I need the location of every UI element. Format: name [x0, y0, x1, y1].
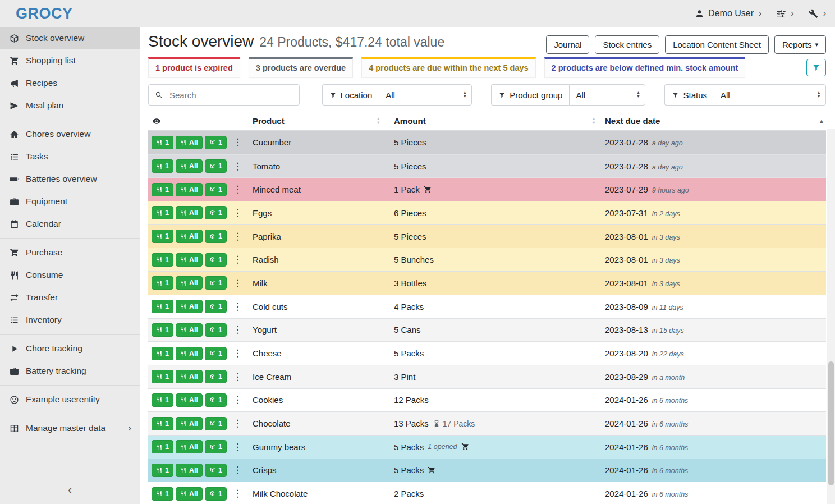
consume-one-button[interactable]: 1 [152, 300, 173, 313]
status-banner-belowmin[interactable]: 2 products are below defined min. stock … [544, 57, 746, 77]
column-header-next-due-date[interactable]: Next due date ▲ [605, 116, 826, 126]
open-one-button[interactable]: 1 [205, 253, 227, 267]
product-cell[interactable]: Milk Chocolate [253, 489, 394, 498]
scrollbar-thumb[interactable] [828, 361, 834, 485]
row-menu-button[interactable]: ⋮ [230, 232, 245, 241]
sidebar-item-purchase[interactable]: Purchase [0, 241, 140, 264]
open-one-button[interactable]: 1 [205, 206, 227, 219]
location-content-sheet-button[interactable]: Location Content Sheet [665, 35, 769, 54]
product-cell[interactable]: Milk [253, 278, 394, 288]
consume-all-button[interactable]: All [176, 464, 203, 477]
grocy-logo[interactable]: GROCY [16, 5, 73, 22]
stock-entries-button[interactable]: Stock entries [595, 35, 659, 54]
consume-one-button[interactable]: 1 [152, 417, 173, 430]
sidebar-item-recipes[interactable]: Recipes [0, 72, 140, 94]
consume-all-button[interactable]: All [176, 417, 203, 430]
row-menu-button[interactable]: ⋮ [230, 419, 245, 428]
product-cell[interactable]: Ice Cream [253, 372, 394, 382]
sidebar-item-batteries-overview[interactable]: Batteries overview [0, 168, 140, 190]
open-one-button[interactable]: 1 [205, 183, 227, 196]
row-menu-button[interactable]: ⋮ [230, 442, 245, 452]
row-menu-button[interactable]: ⋮ [230, 372, 245, 382]
consume-one-button[interactable]: 1 [152, 183, 173, 196]
open-one-button[interactable]: 1 [205, 464, 227, 477]
status-banner-due[interactable]: 4 products are due within the next 5 day… [361, 57, 535, 77]
open-one-button[interactable]: 1 [205, 347, 227, 360]
row-menu-button[interactable]: ⋮ [230, 349, 245, 358]
sidebar-collapse-button[interactable]: ‹ [0, 477, 140, 504]
open-one-button[interactable]: 1 [205, 370, 227, 383]
product-cell[interactable]: Eggs [253, 208, 394, 218]
consume-all-button[interactable]: All [176, 183, 203, 196]
consume-one-button[interactable]: 1 [152, 206, 173, 219]
consume-one-button[interactable]: 1 [152, 393, 173, 407]
consume-one-button[interactable]: 1 [152, 370, 173, 383]
filter-select-product-group[interactable]: All▴▾ [569, 84, 645, 106]
sidebar-item-consume[interactable]: Consume [0, 264, 140, 286]
consume-all-button[interactable]: All [176, 393, 203, 407]
status-banner-expired[interactable]: 1 product is expired [148, 57, 240, 77]
consume-one-button[interactable]: 1 [152, 230, 173, 243]
product-cell[interactable]: Cucumber [253, 138, 394, 147]
product-cell[interactable]: Crisps [253, 465, 394, 475]
row-menu-button[interactable]: ⋮ [230, 465, 245, 475]
reports-button[interactable]: Reports▾ [774, 35, 826, 54]
consume-all-button[interactable]: All [176, 323, 203, 337]
row-menu-button[interactable]: ⋮ [230, 208, 245, 218]
sidebar-item-example-userentity[interactable]: Example userentity [0, 388, 140, 411]
row-menu-button[interactable]: ⋮ [230, 395, 245, 405]
sidebar-item-tasks[interactable]: Tasks [0, 145, 140, 168]
consume-one-button[interactable]: 1 [152, 464, 173, 477]
consume-one-button[interactable]: 1 [152, 323, 173, 337]
consume-all-button[interactable]: All [176, 159, 203, 173]
filter-select-location[interactable]: All▴▾ [379, 84, 472, 106]
product-cell[interactable]: Cold cuts [253, 302, 394, 311]
sidebar-item-transfer[interactable]: Transfer [0, 286, 140, 309]
column-header-product[interactable]: Product ▲▼ [253, 116, 394, 126]
open-one-button[interactable]: 1 [205, 417, 227, 430]
row-menu-button[interactable]: ⋮ [230, 278, 245, 288]
sidebar-item-stock-overview[interactable]: Stock overview [0, 27, 140, 49]
row-menu-button[interactable]: ⋮ [230, 325, 245, 335]
product-cell[interactable]: Yogurt [253, 325, 394, 335]
sidebar-item-manage-master-data[interactable]: Manage master data› [0, 417, 140, 439]
product-cell[interactable]: Tomato [253, 162, 394, 171]
consume-all-button[interactable]: All [176, 206, 203, 219]
open-one-button[interactable]: 1 [205, 159, 227, 173]
consume-one-button[interactable]: 1 [152, 159, 173, 173]
filter-select-status[interactable]: All▴▾ [714, 84, 826, 106]
consume-one-button[interactable]: 1 [152, 487, 173, 501]
table-filter-button[interactable] [806, 59, 826, 76]
product-cell[interactable]: Cheese [253, 349, 394, 358]
row-menu-button[interactable]: ⋮ [230, 255, 245, 264]
product-cell[interactable]: Gummy bears [253, 442, 394, 452]
row-menu-button[interactable]: ⋮ [230, 185, 245, 194]
sidebar-item-shopping-list[interactable]: Shopping list [0, 49, 140, 72]
search-input[interactable] [168, 90, 293, 100]
user-menu[interactable]: Demo User › [695, 8, 761, 19]
status-banner-overdue[interactable]: 3 products are overdue [249, 57, 353, 77]
journal-button[interactable]: Journal [546, 35, 589, 54]
open-one-button[interactable]: 1 [205, 230, 227, 243]
sidebar-item-equipment[interactable]: Equipment [0, 190, 140, 213]
consume-one-button[interactable]: 1 [152, 136, 173, 149]
open-one-button[interactable]: 1 [205, 300, 227, 313]
consume-all-button[interactable]: All [176, 136, 203, 149]
open-one-button[interactable]: 1 [205, 440, 227, 453]
consume-all-button[interactable]: All [176, 230, 203, 243]
consume-all-button[interactable]: All [176, 276, 203, 290]
consume-one-button[interactable]: 1 [152, 440, 173, 453]
admin-menu[interactable]: › [809, 9, 826, 19]
product-cell[interactable]: Paprika [253, 232, 394, 241]
consume-all-button[interactable]: All [176, 253, 203, 267]
row-menu-button[interactable]: ⋮ [230, 302, 245, 311]
open-one-button[interactable]: 1 [205, 136, 227, 149]
sidebar-item-meal-plan[interactable]: Meal plan [0, 94, 140, 117]
sidebar-item-chore-tracking[interactable]: Chore tracking [0, 337, 140, 360]
settings-menu[interactable]: › [776, 9, 793, 19]
product-cell[interactable]: Minced meat [253, 185, 394, 194]
consume-all-button[interactable]: All [176, 300, 203, 313]
consume-all-button[interactable]: All [176, 487, 203, 501]
consume-one-button[interactable]: 1 [152, 276, 173, 290]
row-menu-button[interactable]: ⋮ [230, 162, 245, 171]
